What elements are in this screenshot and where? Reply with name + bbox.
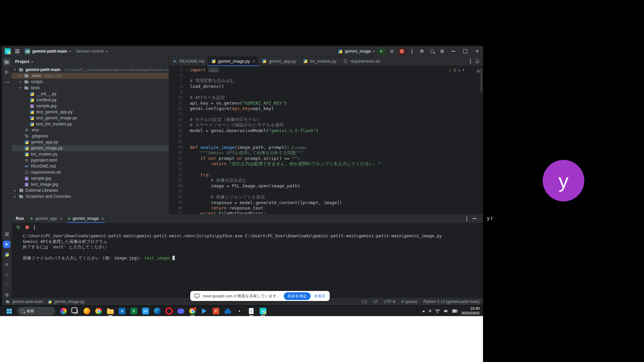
project-widget[interactable]: GM gemini-petit-main	[23, 47, 72, 55]
code-text[interactable]: image = PIL.Image.open(image_path)	[190, 183, 300, 188]
code-text[interactable]: def analyze_image(image_path, prompt): 8…	[190, 145, 307, 150]
settings-button[interactable]: ⚙	[437, 47, 447, 55]
tree-item-test_gemini_app.py[interactable]: test_gemini_app.py	[12, 109, 169, 115]
code-text[interactable]: if not prompt or prompt.strip() == "":	[190, 156, 300, 161]
run-tool-button[interactable]	[3, 241, 10, 248]
run-options-icon[interactable]	[466, 218, 467, 219]
project-tool-button[interactable]	[3, 58, 10, 66]
line-number[interactable]: 24	[169, 173, 185, 177]
code-text[interactable]: load_dotenv()	[190, 84, 224, 89]
tree-item-test_gemini_image.py[interactable]: test_gemini_image.py	[12, 115, 169, 121]
volume-icon[interactable]	[444, 309, 448, 313]
taskbar-app-file-explorer[interactable]	[106, 306, 115, 316]
line-number[interactable]: 17	[169, 134, 185, 138]
line-number[interactable]: 14	[169, 117, 185, 122]
line-number[interactable]: 9	[169, 89, 185, 94]
taskbar-app-outlook[interactable]: O	[118, 306, 126, 316]
line-number[interactable]: 8	[169, 84, 185, 89]
tab-requirements.txt[interactable]: requirements.txt	[340, 57, 384, 66]
line-number[interactable]: 26	[169, 184, 185, 188]
tree-item-README.md[interactable]: README.md	[12, 163, 169, 169]
run-configuration-selector[interactable]: gemini_image	[336, 47, 376, 55]
tree-item-.gitignore[interactable]: .gitignore	[12, 133, 169, 139]
tree-item-conftest.py[interactable]: conftest.py	[12, 97, 169, 103]
status-item[interactable]: Python 3.13 (gemini-petit-main)	[424, 299, 480, 304]
debug-tool-button[interactable]	[3, 291, 10, 298]
tree-item-requirements.txt[interactable]: requirements.txt	[12, 169, 169, 175]
line-number[interactable]: 23	[169, 167, 185, 172]
line-number[interactable]: 12	[169, 106, 185, 111]
tree-item-test_image.jpg[interactable]: test_image.jpg	[12, 181, 169, 187]
taskbar-app-copilot[interactable]	[59, 306, 68, 316]
services-tool-button[interactable]: ⚙	[3, 261, 10, 268]
line-number[interactable]: 13	[169, 112, 185, 116]
version-control-widget[interactable]: Version control	[74, 47, 109, 55]
line-number[interactable]: 1	[169, 67, 185, 72]
main-menu-button[interactable]	[13, 47, 21, 55]
close-button[interactable]: ×	[472, 46, 483, 56]
line-number[interactable]: 19	[169, 145, 185, 149]
line-number[interactable]: 18	[169, 139, 185, 144]
stop-process-button[interactable]	[25, 226, 29, 229]
line-number[interactable]: 22	[169, 162, 185, 166]
taskbar-app-discord[interactable]	[176, 306, 185, 316]
line-number[interactable]: 15	[169, 123, 185, 127]
code-text[interactable]: try:	[190, 172, 211, 177]
code-text[interactable]: genai.configure(api_key=api_key)	[190, 106, 274, 111]
line-number[interactable]: 11	[169, 101, 185, 105]
status-item[interactable]: 1:1	[362, 299, 367, 304]
battery-icon[interactable]	[452, 309, 458, 313]
code-text[interactable]: api_key = os.getenv("GEMINI_API_KEY")	[190, 101, 287, 106]
code-text[interactable]: # APIキーを設定	[190, 95, 225, 101]
taskbar-app-powerpoint[interactable]: P	[212, 306, 220, 316]
line-number[interactable]: 25	[169, 178, 185, 183]
line-number[interactable]: 6	[169, 73, 185, 78]
line-number[interactable]: 31	[169, 211, 185, 214]
tree-item-ScratchesandConsoles[interactable]: ▸Scratches and Consoles	[12, 193, 169, 199]
inspections-widget[interactable]: ⚠ 1 ▲ ▼	[449, 68, 464, 72]
line-number[interactable]: 28	[169, 195, 185, 199]
line-number[interactable]: 30	[169, 206, 185, 210]
tree-item-scripts[interactable]: ▸scripts	[12, 79, 169, 85]
close-tab-icon[interactable]: ×	[101, 216, 104, 221]
editor-options-icon[interactable]	[470, 61, 471, 62]
search-everywhere-button[interactable]	[427, 47, 437, 55]
line-number[interactable]: 27	[169, 189, 185, 194]
ai-assistant-button[interactable]	[476, 69, 481, 75]
ime-indicator[interactable]: A	[429, 309, 431, 313]
tree-item-tests[interactable]: ▾tests	[12, 85, 169, 91]
code-text[interactable]: response = model.generate_content([promp…	[190, 200, 342, 205]
tree-item-__init__.py[interactable]: __init__.py	[12, 91, 169, 97]
tree-item-.venv[interactable]: ▸.venvlibrary root	[12, 73, 169, 79]
tree-item-test_list_models.py[interactable]: test_list_models.py	[12, 121, 169, 127]
status-item[interactable]: 4 spaces	[401, 299, 418, 304]
line-number[interactable]: 7	[169, 78, 185, 83]
code-with-me-button[interactable]	[417, 47, 427, 55]
more-run-actions-button[interactable]	[407, 47, 417, 55]
taskbar-app-pycharm[interactable]: PC	[259, 306, 267, 316]
minimize-button[interactable]	[447, 46, 459, 56]
taskbar-app-vscode[interactable]: <>	[141, 306, 150, 316]
project-panel-header[interactable]: Project	[12, 57, 169, 67]
taskbar-app-media-player[interactable]	[200, 306, 209, 316]
fold-marker-icon[interactable]: ▸	[185, 68, 190, 72]
tab-gemini_app.py[interactable]: gemini_app.py	[258, 57, 299, 66]
more-tool-button[interactable]	[3, 78, 10, 86]
taskbar-search[interactable]: 検索	[17, 307, 55, 315]
taskbar-app-chrome-meet[interactable]	[188, 306, 197, 316]
run-toolbar-more-icon[interactable]	[34, 227, 35, 228]
tab-gemini_image.py[interactable]: gemini_image.py×	[208, 57, 258, 66]
tree-item-list_models.py[interactable]: list_models.py	[12, 151, 169, 157]
debug-button[interactable]	[387, 47, 396, 55]
close-tab-icon[interactable]: ×	[253, 59, 255, 64]
code-text[interactable]: # エラーメッセージで確認されたモデルを使用	[190, 122, 284, 128]
tree-item-gemini-petit-main[interactable]: ▾gemini-petit-mainC:\Users\PC_User\Downl…	[12, 67, 169, 73]
taskbar-app-edge[interactable]	[153, 306, 162, 316]
code-text[interactable]: except FileNotFoundError:	[190, 211, 266, 214]
tree-item-pyproject.toml[interactable]: pyproject.toml	[12, 157, 169, 163]
prev-problem-icon[interactable]: ▲	[458, 68, 460, 72]
hide-tool-window-icon[interactable]	[473, 218, 476, 219]
run-tab-gemini_image[interactable]: gemini_image×	[65, 214, 107, 223]
taskbar-app-notepad[interactable]	[247, 306, 256, 316]
taskbar-clock[interactable]: 10:40 2025/03/02	[461, 306, 480, 316]
